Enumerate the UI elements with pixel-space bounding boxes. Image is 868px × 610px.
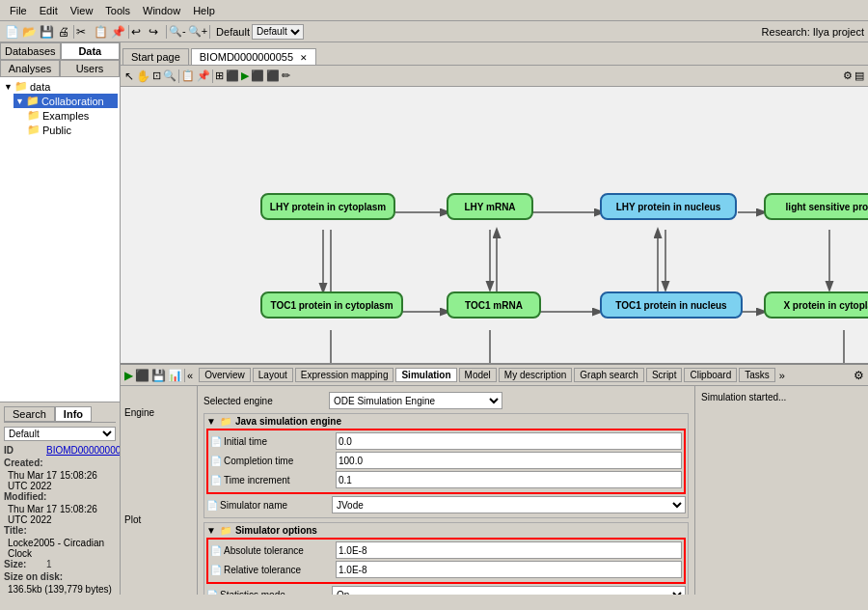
dt-table[interactable]: ⬛ [251, 69, 264, 82]
tree-item-public[interactable]: 📁 Public [25, 123, 118, 137]
info-modified-val: Thu Mar 17 15:08:26 UTC 2022 [4, 504, 116, 525]
info-fields: ID BIOMD0000000055 Created: Thu Mar 17 1… [4, 445, 116, 595]
completion-time-label: Completion time [224, 456, 293, 466]
menu-edit[interactable]: Edit [34, 3, 64, 18]
dt-layout[interactable]: ⬛ [226, 69, 239, 82]
form-row-initial-time: 📄 Initial time [210, 432, 682, 450]
tab-search[interactable]: Search [4, 406, 55, 422]
abs-tol-input[interactable] [336, 541, 682, 559]
subtab-analyses[interactable]: Analyses [0, 60, 60, 76]
dt-pan[interactable]: ✋ [136, 69, 150, 83]
tb-paste[interactable]: 📌 [111, 25, 126, 39]
completion-time-input[interactable] [336, 452, 682, 469]
bottom-tab-mydesc[interactable]: My description [499, 368, 572, 382]
options-section-label: Simulator options [235, 525, 317, 536]
tree-item-root[interactable]: ▼ 📁 data [2, 79, 118, 94]
menu-tools[interactable]: Tools [99, 3, 136, 18]
rel-tol-label: Relative tolerance [224, 565, 301, 575]
doc-tab-start[interactable]: Start page [122, 48, 189, 65]
dt-paste[interactable]: 📌 [197, 69, 210, 82]
bt-more[interactable]: » [779, 370, 785, 381]
tb-new[interactable]: 📄 [4, 25, 19, 39]
tb-cut[interactable]: ✂ [76, 25, 92, 39]
tb-redo[interactable]: ↪ [149, 25, 164, 39]
bottom-tab-clipboard[interactable]: Clipboard [684, 368, 737, 382]
dt-settings[interactable]: ⚙ [843, 69, 853, 82]
rel-tol-input[interactable] [336, 561, 682, 578]
bt-gear[interactable]: ⚙ [854, 369, 864, 382]
time-fields-box: 📄 Initial time [206, 429, 686, 494]
bottom-tab-script[interactable]: Script [646, 368, 683, 382]
doc-tab-close[interactable]: ✕ [300, 53, 308, 63]
engine-select[interactable]: ODE Simulation Engine [329, 392, 502, 409]
dt-select[interactable]: ↖ [124, 69, 134, 83]
bottom-tab-simulation[interactable]: Simulation [395, 368, 456, 382]
default-dropdown[interactable]: Default [4, 427, 116, 441]
bottom-tab-graphsearch[interactable]: Graph search [574, 368, 644, 382]
time-increment-input[interactable] [336, 471, 682, 488]
tab-info[interactable]: Info [55, 406, 92, 422]
tb-zoom-in[interactable]: 🔍+ [188, 25, 207, 38]
node-toc1-nuc[interactable]: TOC1 protein in nucleus [600, 291, 743, 319]
node-lhy-cyto[interactable]: LHY protein in cytoplasm [260, 193, 395, 220]
initial-time-input[interactable] [336, 432, 682, 450]
java-expand-icon[interactable]: ▼ [206, 416, 216, 427]
dt-more[interactable]: ▤ [854, 69, 864, 82]
dt-zoom-fit[interactable]: ⊡ [152, 69, 161, 82]
default-select[interactable]: Default [252, 24, 304, 40]
bottom-content: Engine Plot Selected engine ODE Simulati… [121, 386, 868, 595]
tb-save[interactable]: 💾 [39, 25, 54, 39]
menu-view[interactable]: View [65, 3, 99, 18]
tb-copy[interactable]: 📋 [94, 25, 109, 39]
tb-open[interactable]: 📂 [21, 25, 37, 39]
info-row-size: Size: 1 [4, 559, 116, 569]
info-row-created: Created: [4, 458, 116, 468]
node-toc1-cyto[interactable]: TOC1 protein in cytoplasm [260, 291, 403, 319]
options-expand-icon[interactable]: ▼ [206, 525, 216, 536]
menu-help[interactable]: Help [187, 3, 221, 18]
tree-item-examples[interactable]: 📁 Examples [25, 108, 118, 123]
bt-stop[interactable]: ⬛ [135, 369, 149, 382]
form-row-simulator-name: 📄 Simulator name JVode [206, 496, 686, 513]
tb-undo[interactable]: ↩ [131, 25, 147, 39]
node-light-prot[interactable]: light sensitive protein P [764, 193, 868, 220]
tab-data[interactable]: Data [61, 42, 120, 59]
sim-status-text: Simulation started... [701, 392, 786, 402]
tree-item-collaboration[interactable]: ▼ 📁 Collaboration [14, 94, 118, 108]
simulator-select[interactable]: JVode [332, 496, 686, 513]
dt-grid[interactable]: ⊞ [215, 69, 224, 82]
sep1 [73, 25, 74, 39]
default-label: Default [216, 26, 250, 38]
folder-icon-examples: 📁 [27, 109, 41, 122]
menu-bar: File Edit View Tools Window Help [0, 0, 868, 21]
dt-zoom-in[interactable]: 🔍 [163, 69, 176, 82]
dt-options[interactable]: ⬛ [266, 69, 280, 82]
options-section: ▼ 📁 Simulator options 📄 Abs [203, 522, 689, 595]
node-toc1-mrna[interactable]: TOC1 mRNA [447, 291, 541, 319]
folder-icon-collab: 📁 [26, 95, 40, 107]
node-lhy-nuc[interactable]: LHY protein in nucleus [600, 193, 737, 220]
dt-play[interactable]: ▶ [241, 69, 249, 82]
info-created-val: Thu Mar 17 15:08:26 UTC 2022 [4, 470, 116, 491]
bottom-tab-expression[interactable]: Expression mapping [295, 368, 394, 382]
tab-databases[interactable]: Databases [0, 42, 61, 59]
bottom-tab-model[interactable]: Model [459, 368, 497, 382]
dt-copy[interactable]: 📋 [181, 69, 195, 82]
menu-file[interactable]: File [4, 3, 33, 18]
node-x-cyto[interactable]: X protein in cytoplasm [764, 291, 868, 319]
dt-pen[interactable]: ✏ [282, 69, 290, 82]
bottom-tab-layout[interactable]: Layout [253, 368, 293, 382]
bt-save2[interactable]: 💾 [151, 369, 166, 382]
node-lhy-mrna[interactable]: LHY mRNA [447, 193, 533, 220]
tb-zoom-out[interactable]: 🔍- [169, 25, 186, 38]
subtab-users[interactable]: Users [60, 60, 120, 76]
menu-window[interactable]: Window [137, 3, 186, 18]
bottom-tab-overview[interactable]: Overview [199, 368, 251, 382]
stats-select[interactable]: On Off [332, 586, 686, 595]
bt-collapse[interactable]: « [187, 370, 193, 381]
bt-play[interactable]: ▶ [124, 369, 133, 382]
bt-chart[interactable]: 📊 [168, 369, 182, 382]
bottom-tab-tasks[interactable]: Tasks [739, 368, 775, 382]
bt-sep [184, 369, 185, 382]
tb-print[interactable]: 🖨 [56, 25, 71, 39]
